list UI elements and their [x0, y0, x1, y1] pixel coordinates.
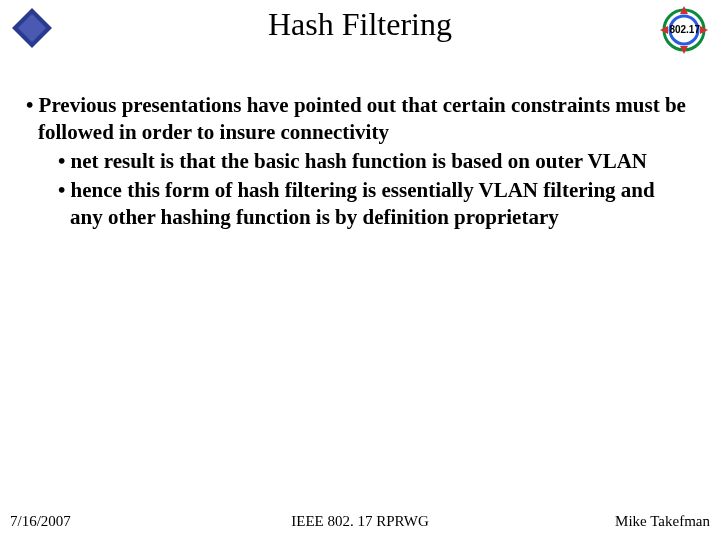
bullet-level-2: • hence this form of hash filtering is e…	[58, 177, 692, 231]
rpr-logo-label: 802.17	[669, 24, 700, 35]
header: Hash Filtering 802.17	[0, 0, 720, 60]
bullet-level-2: • net result is that the basic hash func…	[58, 148, 692, 175]
slide-title: Hash Filtering	[0, 0, 720, 43]
slide: Hash Filtering 802.17 • Previous present…	[0, 0, 720, 540]
footer: 7/16/2007 IEEE 802. 17 RPRWG Mike Takefm…	[0, 513, 720, 530]
slide-body: • Previous presentations have pointed ou…	[0, 60, 720, 230]
bullet-level-1: • Previous presentations have pointed ou…	[26, 92, 692, 146]
footer-center: IEEE 802. 17 RPRWG	[0, 513, 720, 530]
ieee-logo-icon	[10, 6, 54, 54]
footer-date: 7/16/2007	[10, 513, 71, 530]
footer-author: Mike Takefman	[615, 513, 710, 530]
